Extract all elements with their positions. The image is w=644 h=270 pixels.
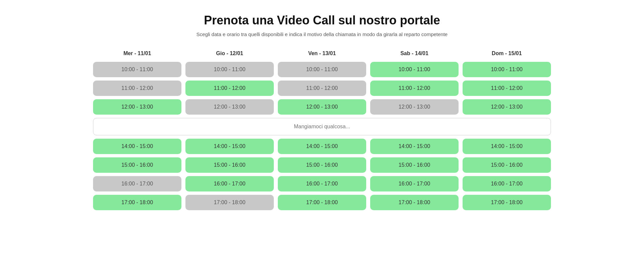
time-slot-row0-col2[interactable]: 10:00 - 11:00 [278, 62, 366, 77]
time-slot-row0-col3[interactable]: 10:00 - 11:00 [370, 62, 459, 77]
time-row-0: 10:00 - 11:0010:00 - 11:0010:00 - 11:001… [88, 62, 556, 77]
time-slot-row1-col2[interactable]: 11:00 - 12:00 [278, 81, 366, 96]
day-label-4: Dom - 15/01 [463, 50, 551, 56]
time-slot-row4-col4[interactable]: 15:00 - 16:00 [463, 157, 551, 173]
time-slot-row6-col3[interactable]: 17:00 - 18:00 [370, 195, 459, 210]
time-slot-row3-col3[interactable]: 14:00 - 15:00 [370, 139, 459, 154]
time-slot-row1-col3[interactable]: 11:00 - 12:00 [370, 81, 459, 96]
time-slot-row2-col4[interactable]: 12:00 - 13:00 [463, 99, 551, 115]
page-title: Prenota una Video Call sul nostro portal… [204, 13, 440, 27]
time-slot-row4-col0[interactable]: 15:00 - 16:00 [93, 157, 181, 173]
time-slot-row5-col2[interactable]: 16:00 - 17:00 [278, 176, 366, 191]
time-row-6: 17:00 - 18:0017:00 - 18:0017:00 - 18:001… [88, 195, 556, 210]
time-slot-row5-col3[interactable]: 16:00 - 17:00 [370, 176, 459, 191]
time-slot-row4-col1[interactable]: 15:00 - 16:00 [185, 157, 274, 173]
days-header: Mer - 11/01Gio - 12/01Ven - 13/01Sab - 1… [88, 50, 556, 56]
time-slot-row1-col1[interactable]: 11:00 - 12:00 [185, 81, 274, 96]
time-slot-row5-col0[interactable]: 16:00 - 17:00 [93, 176, 181, 191]
day-label-1: Gio - 12/01 [185, 50, 274, 56]
time-slot-row6-col2[interactable]: 17:00 - 18:00 [278, 195, 366, 210]
page-subtitle: Scegli data e orario tra quelli disponib… [196, 31, 448, 37]
day-label-0: Mer - 11/01 [93, 50, 181, 56]
calendar-container: Mer - 11/01Gio - 12/01Ven - 13/01Sab - 1… [88, 50, 556, 214]
time-row-1: 11:00 - 12:0011:00 - 12:0011:00 - 12:001… [88, 81, 556, 96]
time-slot-row6-col4[interactable]: 17:00 - 18:00 [463, 195, 551, 210]
time-row-2: 12:00 - 13:0012:00 - 13:0012:00 - 13:001… [88, 99, 556, 115]
time-slot-row5-col4[interactable]: 16:00 - 17:00 [463, 176, 551, 191]
lunch-break-row [88, 118, 556, 135]
day-label-2: Ven - 13/01 [278, 50, 366, 56]
time-slot-row6-col1[interactable]: 17:00 - 18:00 [185, 195, 274, 210]
time-slot-row4-col2[interactable]: 15:00 - 16:00 [278, 157, 366, 173]
time-slot-row6-col0[interactable]: 17:00 - 18:00 [93, 195, 181, 210]
time-row-3: 14:00 - 15:0014:00 - 15:0014:00 - 15:001… [88, 139, 556, 154]
time-slot-row0-col0[interactable]: 10:00 - 11:00 [93, 62, 181, 77]
day-label-3: Sab - 14/01 [370, 50, 459, 56]
time-slot-row1-col4[interactable]: 11:00 - 12:00 [463, 81, 551, 96]
time-slot-row2-col2[interactable]: 12:00 - 13:00 [278, 99, 366, 115]
time-row-4: 15:00 - 16:0015:00 - 16:0015:00 - 16:001… [88, 157, 556, 173]
time-slot-row2-col0[interactable]: 12:00 - 13:00 [93, 99, 181, 115]
time-slot-row3-col4[interactable]: 14:00 - 15:00 [463, 139, 551, 154]
lunch-break-input[interactable] [93, 118, 551, 135]
time-slot-row3-col2[interactable]: 14:00 - 15:00 [278, 139, 366, 154]
time-slot-row1-col0[interactable]: 11:00 - 12:00 [93, 81, 181, 96]
time-slot-row3-col0[interactable]: 14:00 - 15:00 [93, 139, 181, 154]
time-row-5: 16:00 - 17:0016:00 - 17:0016:00 - 17:001… [88, 176, 556, 191]
time-slot-row0-col4[interactable]: 10:00 - 11:00 [463, 62, 551, 77]
time-slot-row0-col1[interactable]: 10:00 - 11:00 [185, 62, 274, 77]
rows-container: 10:00 - 11:0010:00 - 11:0010:00 - 11:001… [88, 62, 556, 210]
time-slot-row4-col3[interactable]: 15:00 - 16:00 [370, 157, 459, 173]
time-slot-row2-col1[interactable]: 12:00 - 13:00 [185, 99, 274, 115]
time-slot-row5-col1[interactable]: 16:00 - 17:00 [185, 176, 274, 191]
time-slot-row2-col3[interactable]: 12:00 - 13:00 [370, 99, 459, 115]
time-slot-row3-col1[interactable]: 14:00 - 15:00 [185, 139, 274, 154]
